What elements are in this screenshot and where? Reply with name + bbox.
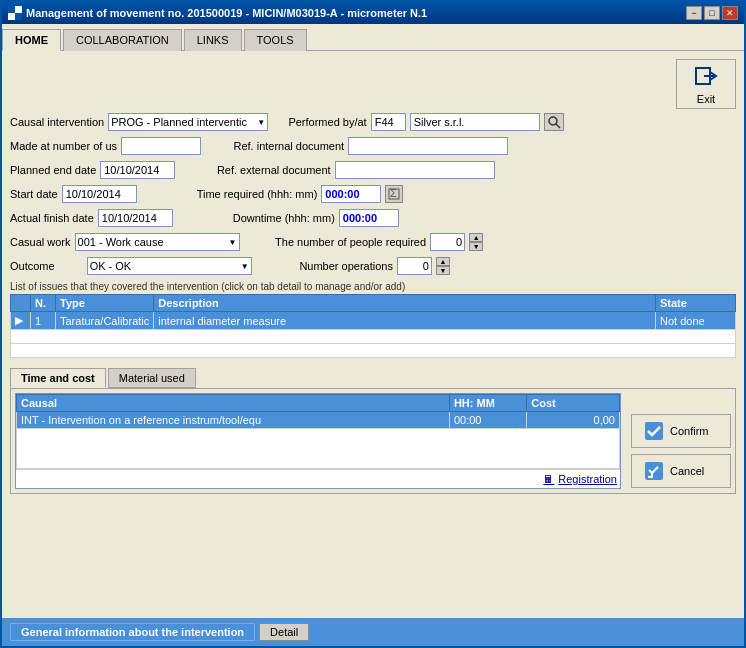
svg-line-7 — [556, 124, 560, 128]
row-description: internal diameter measure — [154, 312, 656, 330]
general-info-button[interactable]: General information about the interventi… — [10, 623, 255, 641]
maximize-button[interactable]: □ — [704, 6, 720, 20]
svg-rect-2 — [8, 13, 15, 20]
minimize-button[interactable]: − — [686, 6, 702, 20]
casual-work-combo[interactable]: 001 - Work cause ▼ — [75, 233, 240, 251]
performed-by-input[interactable] — [371, 113, 406, 131]
cost-value: 0,00 — [527, 412, 620, 429]
issues-col-icon — [11, 295, 31, 312]
app-icon — [8, 6, 22, 20]
downtime-input[interactable] — [339, 209, 399, 227]
issues-section: List of issues that they covered the int… — [10, 281, 736, 358]
operations-up-button[interactable]: ▲ — [436, 257, 450, 266]
time-calc-button[interactable]: Σ — [385, 185, 403, 203]
costs-table-area: Causal HH: MM Cost INT - Intervention on… — [15, 393, 621, 489]
table-row[interactable]: ▶ 1 Taratura/Calibratic internal diamete… — [11, 312, 736, 330]
window-controls: − □ ✕ — [686, 6, 738, 20]
cost-hhmm: 00:00 — [449, 412, 526, 429]
people-up-button[interactable]: ▲ — [469, 233, 483, 242]
tab-material-used[interactable]: Material used — [108, 368, 196, 388]
registration-icon: 🖩 — [543, 473, 554, 485]
svg-text:Σ: Σ — [390, 188, 397, 199]
outcome-combo-arrow: ▼ — [241, 262, 249, 271]
tab-home[interactable]: HOME — [2, 29, 61, 51]
start-date-input[interactable] — [62, 185, 137, 203]
costs-col-hhmm: HH: MM — [449, 395, 526, 412]
cancel-button[interactable]: Cancel — [631, 454, 731, 488]
people-required-spinner[interactable]: ▲ ▼ — [469, 233, 483, 251]
registration-label: Registration — [558, 473, 617, 485]
ref-internal-label: Ref. internal document — [233, 140, 344, 152]
svg-point-6 — [549, 117, 557, 125]
issues-table: N. Type Description State ▶ 1 Taratura/C… — [10, 294, 736, 358]
cost-row[interactable]: INT - Intervention on a reference instru… — [17, 412, 620, 429]
row-start-date: Start date Time required (hhh: mm) Σ — [10, 185, 736, 203]
ref-external-label: Ref. external document — [217, 164, 331, 176]
confirm-label: Confirm — [670, 425, 709, 437]
table-row-empty-1 — [11, 330, 736, 344]
row-n: 1 — [31, 312, 56, 330]
causal-combo[interactable]: PROG - Planned interventic ▼ — [108, 113, 268, 131]
time-required-input[interactable] — [321, 185, 381, 203]
num-operations-input[interactable] — [397, 257, 432, 275]
row-outcome: Outcome OK - OK ▼ Number operations ▲ ▼ — [10, 257, 736, 275]
performed-by-search-button[interactable] — [544, 113, 564, 131]
registration-row: 🖩 Registration — [16, 469, 620, 488]
close-button[interactable]: ✕ — [722, 6, 738, 20]
svg-rect-1 — [15, 6, 22, 13]
downtime-label: Downtime (hhh: mm) — [233, 212, 335, 224]
num-operations-label: Number operations — [299, 260, 393, 272]
performed-by-company-input[interactable] — [410, 113, 540, 131]
svg-rect-10 — [645, 422, 663, 440]
tab-tools[interactable]: TOOLS — [244, 29, 307, 51]
row-planned-end: Planned end date Ref. external document — [10, 161, 736, 179]
costs-section: Causal HH: MM Cost INT - Intervention on… — [10, 388, 736, 494]
planned-end-input[interactable] — [100, 161, 175, 179]
people-required-input[interactable] — [430, 233, 465, 251]
made-at-label: Made at number of us — [10, 140, 117, 152]
ref-external-input[interactable] — [335, 161, 495, 179]
num-operations-spinner[interactable]: ▲ ▼ — [436, 257, 450, 275]
actual-finish-input[interactable] — [98, 209, 173, 227]
issues-col-desc: Description — [154, 295, 656, 312]
title-bar: Management of movement no. 201500019 - M… — [2, 2, 744, 24]
table-row-empty-2 — [11, 344, 736, 358]
issues-label: List of issues that they covered the int… — [10, 281, 736, 292]
tab-time-and-cost[interactable]: Time and cost — [10, 368, 106, 388]
tab-links[interactable]: LINKS — [184, 29, 242, 51]
detail-button[interactable]: Detail — [259, 623, 309, 641]
tab-collaboration[interactable]: COLLABORATION — [63, 29, 182, 51]
main-content: Exit Causal intervention PROG - Planned … — [2, 51, 744, 618]
row-play-icon: ▶ — [11, 312, 31, 330]
window-title: Management of movement no. 201500019 - M… — [26, 7, 427, 19]
confirm-button[interactable]: Confirm — [631, 414, 731, 448]
exit-button[interactable]: Exit — [676, 59, 736, 109]
bottom-tabs: Time and cost Material used — [10, 368, 736, 388]
row-made-at: Made at number of us Ref. internal docum… — [10, 137, 736, 155]
causal-combo-arrow: ▼ — [257, 118, 265, 127]
row-casual-work: Casual work 001 - Work cause ▼ The numbe… — [10, 233, 736, 251]
row-type: Taratura/Calibratic — [56, 312, 154, 330]
causal-label: Causal intervention — [10, 116, 104, 128]
cost-row-empty — [17, 429, 620, 469]
costs-wrapper: Causal HH: MM Cost INT - Intervention on… — [15, 393, 621, 489]
menu-bar: HOME COLLABORATION LINKS TOOLS — [2, 24, 744, 51]
svg-rect-3 — [15, 13, 22, 20]
planned-end-label: Planned end date — [10, 164, 96, 176]
cost-causal: INT - Intervention on a reference instru… — [17, 412, 450, 429]
people-down-button[interactable]: ▼ — [469, 242, 483, 251]
footer-bar: General information about the interventi… — [2, 618, 744, 646]
issues-col-state: State — [656, 295, 736, 312]
exit-icon — [694, 64, 718, 93]
costs-col-causal: Causal — [17, 395, 450, 412]
confirm-icon — [644, 421, 664, 441]
made-at-input[interactable] — [121, 137, 201, 155]
registration-button[interactable]: 🖩 Registration — [543, 473, 617, 485]
ref-internal-input[interactable] — [348, 137, 508, 155]
outcome-combo[interactable]: OK - OK ▼ — [87, 257, 252, 275]
casual-work-combo-arrow: ▼ — [229, 238, 237, 247]
action-buttons: Confirm Cancel — [631, 393, 731, 489]
row-actual-finish: Actual finish date Downtime (hhh: mm) — [10, 209, 736, 227]
operations-down-button[interactable]: ▼ — [436, 266, 450, 275]
time-required-label: Time required (hhh: mm) — [197, 188, 318, 200]
